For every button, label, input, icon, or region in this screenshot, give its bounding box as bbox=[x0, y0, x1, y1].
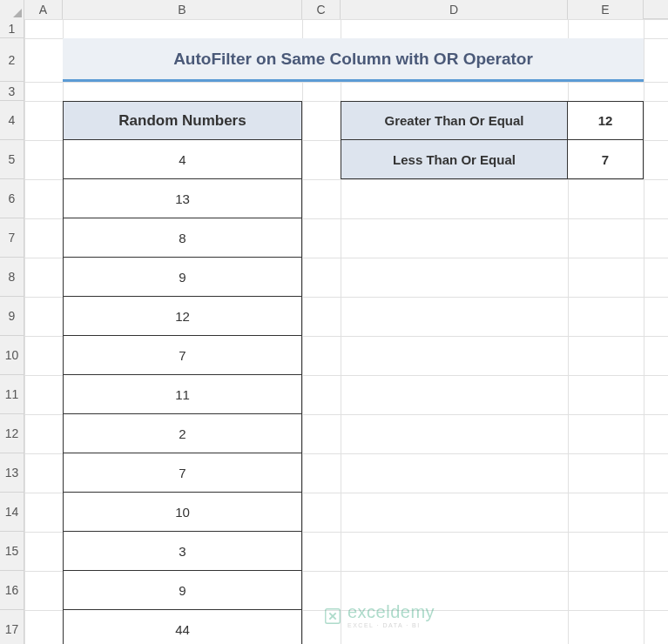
row-header-11[interactable]: 11 bbox=[0, 375, 24, 414]
table-row[interactable]: 2 bbox=[63, 414, 302, 453]
page-title: AutoFilter on Same Column with OR Operat… bbox=[63, 38, 644, 82]
criteria-label-1[interactable]: Less Than Or Equal bbox=[341, 140, 568, 179]
spreadsheet-grid: ABCDE 1234567891011121314151617 AutoFilt… bbox=[0, 0, 668, 644]
row-headers: 1234567891011121314151617 bbox=[0, 19, 24, 644]
col-header-A[interactable]: A bbox=[24, 0, 63, 19]
col-header-E[interactable]: E bbox=[568, 0, 644, 19]
criteria-value-0[interactable]: 12 bbox=[568, 101, 644, 140]
excel-icon bbox=[323, 607, 342, 626]
row-header-1[interactable]: 1 bbox=[0, 19, 24, 38]
row-header-4[interactable]: 4 bbox=[0, 101, 24, 140]
row-header-14[interactable]: 14 bbox=[0, 493, 24, 532]
row-header-10[interactable]: 10 bbox=[0, 336, 24, 375]
row-header-15[interactable]: 15 bbox=[0, 532, 24, 571]
row-header-2[interactable]: 2 bbox=[0, 38, 24, 82]
table-row[interactable]: 12 bbox=[63, 297, 302, 336]
table-row[interactable]: 8 bbox=[63, 218, 302, 258]
col-header-B[interactable]: B bbox=[63, 0, 302, 19]
table-row[interactable]: 3 bbox=[63, 532, 302, 571]
row-header-3[interactable]: 3 bbox=[0, 82, 24, 101]
column-headers: ABCDE bbox=[0, 0, 668, 19]
cells-area: AutoFilter on Same Column with OR Operat… bbox=[24, 19, 668, 644]
row-header-5[interactable]: 5 bbox=[0, 140, 24, 179]
table-row[interactable]: 44 bbox=[63, 610, 302, 644]
table-row[interactable]: 9 bbox=[63, 571, 302, 610]
row-header-6[interactable]: 6 bbox=[0, 179, 24, 218]
table-row[interactable]: 7 bbox=[63, 453, 302, 493]
row-header-7[interactable]: 7 bbox=[0, 218, 24, 258]
row-header-13[interactable]: 13 bbox=[0, 453, 24, 493]
criteria-label-0[interactable]: Greater Than Or Equal bbox=[341, 101, 568, 140]
select-all-corner[interactable] bbox=[0, 0, 24, 19]
table-row[interactable]: 7 bbox=[63, 336, 302, 375]
watermark-logo: exceldemy EXCEL · DATA · BI bbox=[323, 603, 435, 628]
watermark-subtext: EXCEL · DATA · BI bbox=[347, 622, 435, 628]
table-row[interactable]: 4 bbox=[63, 140, 302, 179]
table-row[interactable]: 10 bbox=[63, 493, 302, 532]
table-row[interactable]: 13 bbox=[63, 179, 302, 218]
row-header-8[interactable]: 8 bbox=[0, 258, 24, 297]
table-row[interactable]: 11 bbox=[63, 375, 302, 414]
col-header-D[interactable]: D bbox=[341, 0, 568, 19]
table-header-random-numbers[interactable]: Random Numbers bbox=[63, 101, 302, 140]
col-header-C[interactable]: C bbox=[302, 0, 341, 19]
watermark-text: exceldemy bbox=[347, 603, 435, 621]
criteria-value-1[interactable]: 7 bbox=[568, 140, 644, 179]
row-header-9[interactable]: 9 bbox=[0, 297, 24, 336]
table-row[interactable]: 9 bbox=[63, 258, 302, 297]
row-header-12[interactable]: 12 bbox=[0, 414, 24, 453]
row-header-16[interactable]: 16 bbox=[0, 571, 24, 610]
row-header-17[interactable]: 17 bbox=[0, 610, 24, 644]
